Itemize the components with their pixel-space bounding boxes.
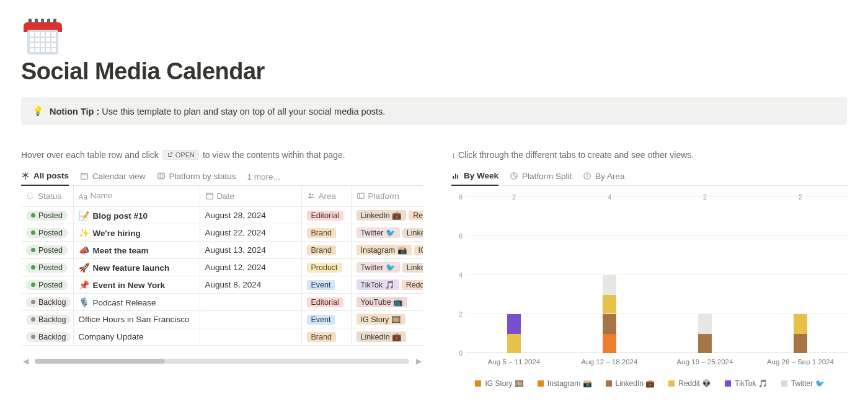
- bar-total-label: 2: [466, 193, 562, 313]
- legend-item[interactable]: TikTok 🎵: [725, 379, 768, 388]
- platform-tag: Red: [409, 211, 423, 221]
- table-row[interactable]: Posted📌Event in New YorkAugust 8, 2024Ev…: [21, 276, 423, 294]
- bar-column[interactable]: 2: [657, 197, 753, 353]
- legend-item[interactable]: LinkedIn 💼: [606, 379, 655, 388]
- tag-icon: [356, 191, 365, 200]
- platform-tag: IG Story 🎞️: [356, 314, 405, 325]
- platform-tag: IG: [414, 245, 423, 255]
- platform-tag: TikTok 🎵: [356, 279, 399, 290]
- row-title: Company Update: [79, 332, 144, 341]
- bar-segment: [603, 314, 616, 334]
- bar-segment: [698, 314, 712, 334]
- area-tag: Brand: [307, 228, 336, 238]
- legend-item[interactable]: Twitter 🐦: [781, 379, 825, 388]
- platform-tag: Twitter 🐦: [356, 227, 400, 238]
- bar-column[interactable]: 2: [466, 197, 562, 353]
- tab-calendar-view[interactable]: Calendar view: [80, 169, 146, 185]
- x-tick: Aug 19 – 25 2024: [657, 353, 753, 370]
- status-badge: Posted: [26, 211, 68, 221]
- col-date[interactable]: Date: [200, 186, 301, 207]
- status-badge: Posted: [26, 280, 68, 290]
- tab-all-posts[interactable]: All posts: [21, 169, 69, 186]
- row-date: August 28, 2024: [200, 207, 301, 224]
- tab-more[interactable]: 1 more...: [247, 172, 280, 182]
- legend-item[interactable]: Instagram 📸: [538, 379, 592, 388]
- row-date: [200, 328, 301, 346]
- table-row[interactable]: Posted🚀New feature launchAugust 12, 2024…: [21, 259, 423, 276]
- area-tag: Event: [307, 315, 335, 325]
- scroll-track[interactable]: [35, 359, 409, 364]
- row-title: New feature launch: [93, 263, 170, 273]
- svg-rect-9: [457, 175, 458, 178]
- area-tag: Brand: [307, 332, 336, 342]
- table-row[interactable]: Posted📝Blog post #10August 28, 2024Edito…: [21, 207, 423, 224]
- row-date: August 22, 2024: [200, 224, 301, 242]
- bar-column[interactable]: 2: [753, 197, 848, 353]
- svg-point-5: [311, 194, 313, 196]
- area-tag: Product: [307, 263, 342, 273]
- row-date: August 12, 2024: [200, 259, 301, 276]
- status-badge: Backlog: [26, 297, 71, 307]
- legend-item[interactable]: Reddit 👽: [668, 379, 711, 388]
- area-tag: Event: [307, 280, 335, 290]
- area-tag: Editorial: [307, 297, 343, 307]
- legend-item[interactable]: IG Story 🎞️: [475, 379, 523, 388]
- svg-point-4: [309, 193, 311, 196]
- table-row[interactable]: Backlog🎙️Podcast ReleaseEditorialYouTube…: [21, 294, 423, 311]
- row-title: We're hiring: [93, 229, 141, 238]
- bar-chart-icon: [451, 172, 460, 180]
- bar-segment: [507, 334, 521, 354]
- bar-segment: [603, 334, 616, 354]
- tab-platform-split[interactable]: Platform Split: [510, 169, 572, 185]
- row-title: Event in New York: [93, 281, 166, 290]
- status-badge: Backlog: [26, 332, 71, 342]
- clock-icon: [583, 172, 591, 180]
- horizontal-scrollbar[interactable]: ◀ ▶: [21, 357, 423, 366]
- row-title: Office Hours in San Francisco: [79, 315, 190, 324]
- platform-tag: YouTube 📺: [356, 297, 408, 307]
- left-hint: Hover over each table row and click OPEN…: [21, 150, 423, 160]
- bar-column[interactable]: 4: [562, 197, 657, 353]
- tab-by-area[interactable]: By Area: [583, 169, 624, 185]
- platform-tag: Instagram 📸: [356, 245, 412, 255]
- status-badge: Posted: [26, 263, 68, 273]
- table-row[interactable]: Posted📣Meet the teamAugust 13, 2024Brand…: [21, 242, 423, 259]
- platform-tag: Linke: [402, 263, 423, 273]
- bar-total-label: 4: [562, 193, 657, 274]
- platform-tag: Linke: [402, 228, 423, 238]
- svg-rect-1: [157, 173, 164, 178]
- tab-platform-by-status[interactable]: Platform by status: [157, 169, 236, 185]
- table-row[interactable]: Posted✨We're hiringAugust 22, 2024BrandT…: [21, 224, 423, 242]
- scroll-thumb[interactable]: [35, 359, 165, 364]
- row-date: [200, 311, 301, 328]
- text-icon: Aa: [79, 193, 87, 201]
- bar-segment: [794, 314, 807, 334]
- col-name[interactable]: AaName: [73, 186, 200, 207]
- board-icon: [157, 172, 166, 180]
- row-date: [200, 294, 301, 311]
- right-tabs: By Week Platform Split By Area: [451, 169, 848, 186]
- col-status[interactable]: Status: [21, 186, 73, 207]
- x-tick: Aug 5 – 11 2024: [466, 353, 562, 370]
- status-badge: Posted: [26, 228, 68, 238]
- scroll-right-icon[interactable]: ▶: [414, 357, 423, 366]
- bar-segment: [603, 295, 616, 315]
- platform-tag: LinkedIn 💼: [356, 210, 407, 221]
- platform-tag: LinkedIn 💼: [356, 331, 407, 342]
- table-row[interactable]: BacklogCompany UpdateBrandLinkedIn 💼: [21, 328, 423, 346]
- bar-total-label: 2: [753, 193, 848, 313]
- bar-segment: [507, 314, 521, 334]
- svg-rect-3: [206, 193, 213, 199]
- scroll-left-icon[interactable]: ◀: [21, 357, 30, 366]
- tip-label: Notion Tip :: [50, 107, 99, 116]
- posts-table: Status AaName Date Area: [21, 186, 423, 346]
- open-button-hint: OPEN: [162, 150, 199, 160]
- page-icon-calendar: [24, 19, 62, 55]
- row-title: Blog post #10: [93, 211, 148, 221]
- svg-point-2: [27, 193, 33, 198]
- platform-tag: Reddi: [402, 280, 423, 290]
- col-platform[interactable]: Platform: [351, 186, 423, 207]
- col-area[interactable]: Area: [301, 186, 351, 207]
- table-row[interactable]: BacklogOffice Hours in San FranciscoEven…: [21, 311, 423, 328]
- tab-by-week[interactable]: By Week: [451, 169, 498, 186]
